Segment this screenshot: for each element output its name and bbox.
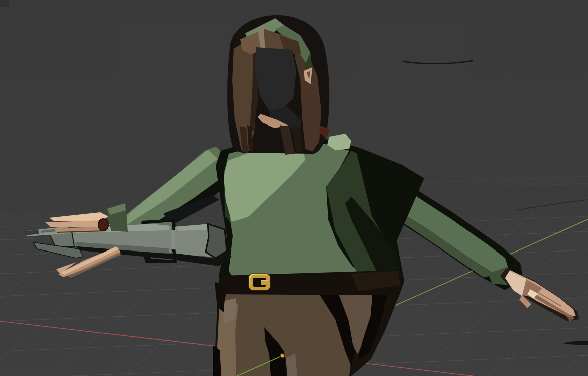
viewport-3d[interactable] [0, 0, 588, 376]
corner-shade [0, 0, 9, 7]
viewport-canvas[interactable] [0, 0, 588, 376]
sleeve-opening [98, 219, 108, 231]
belt-buckle [249, 274, 270, 290]
buckle-tongue [261, 281, 268, 285]
left-hip-highlight [223, 298, 236, 323]
rear-cap [206, 224, 227, 258]
object-origin-dot[interactable] [280, 354, 284, 358]
head [227, 15, 330, 155]
